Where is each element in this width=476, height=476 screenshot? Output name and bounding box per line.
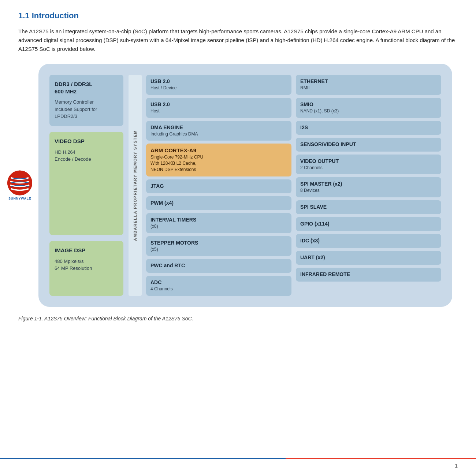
adc-block: ADC 4 Channels [146, 276, 291, 296]
mid-column: USB 2.0 Host / Device USB 2.0 Host DMA E… [144, 75, 294, 296]
section-title: 1.1 Introduction [18, 11, 458, 21]
stepper-block: STEPPER MOTORS (x5) [146, 236, 291, 256]
arm-sub: Single-Core 792-MHz CPUWith 128-KB L2 Ca… [150, 154, 287, 172]
adc-title: ADC [150, 279, 287, 285]
ethernet-title: ETHERNET [300, 78, 437, 84]
adc-sub: 4 Channels [150, 286, 287, 292]
video-out-block: VIDEO OUTPUT 2 Channels [296, 155, 441, 175]
infrared-title: INFRARED REMOTE [300, 271, 437, 277]
dma-block: DMA ENGINE Including Graphics DMA [146, 121, 291, 141]
video-out-title: VIDEO OUTPUT [300, 158, 437, 164]
infrared-block: INFRARED REMOTE [296, 268, 441, 282]
usb20-hd-sub: Host / Device [150, 85, 287, 91]
pwm-block: PWM (x4) [146, 196, 291, 210]
company-logo [7, 171, 32, 196]
uart-title: UART (x2) [300, 254, 437, 260]
spi-slave-block: SPI SLAVE [296, 200, 441, 214]
usb20-hd-title: USB 2.0 [150, 78, 287, 84]
interval-block: INTERVAL TIMERS (x8) [146, 213, 291, 233]
pwm-title: PWM (x4) [150, 200, 287, 206]
pwc-title: PWC and RTC [150, 263, 287, 268]
interval-title: INTERVAL TIMERS [150, 217, 287, 223]
dma-sub: Including Graphics DMA [150, 131, 287, 137]
center-label-text: AMBARELLA PROPRIETARY MEMORY SYSTEM [133, 130, 137, 241]
jtag-block: JTAG [146, 179, 291, 193]
left-column: DDR3 / DDR3L600 MHz Memory ControllerInc… [49, 75, 126, 296]
stepper-title: STEPPER MOTORS [150, 240, 287, 246]
arm-title: ARM CORTEX-A9 [150, 147, 287, 153]
i2s-title: I2S [300, 124, 437, 130]
usb20-h-block: USB 2.0 Host [146, 98, 291, 118]
image-dsp-title: IMAGE DSP [55, 247, 118, 254]
smio-block: SMIO NAND (x1), SD (x3) [296, 98, 441, 118]
spi-master-title: SPI MASTER (x2) [300, 181, 437, 187]
ethernet-sub: RMII [300, 85, 437, 91]
intro-text: The A12S75 is an integrated system-on-a-… [18, 27, 458, 53]
ddr-subtitle: Memory ControllerIncludes Support forLPD… [55, 98, 118, 120]
sensor-video-title: SENSOR/VIDEO INPUT [300, 141, 437, 147]
spi-master-block: SPI MASTER (x2) 8 Devices [296, 177, 441, 197]
bottom-rule [0, 458, 476, 459]
image-dsp-subtitle: 480 Mpixels/s64 MP Resolution [55, 258, 118, 272]
image-dsp-block: IMAGE DSP 480 Mpixels/s64 MP Resolution [49, 241, 123, 296]
interval-sub: (x8) [150, 223, 287, 230]
i2s-block: I2S [296, 121, 441, 135]
video-dsp-subtitle: HD H.264Encode / Decode [55, 149, 118, 163]
ddr-block: DDR3 / DDR3L600 MHz Memory ControllerInc… [49, 75, 123, 126]
ethernet-block: ETHERNET RMII [296, 75, 441, 95]
uart-block: UART (x2) [296, 251, 441, 265]
pwc-block: PWC and RTC [146, 259, 291, 273]
usb20-h-sub: Host [150, 108, 287, 114]
center-label: AMBARELLA PROPRIETARY MEMORY SYSTEM [129, 75, 142, 296]
jtag-title: JTAG [150, 183, 287, 189]
video-dsp-title: VIDEO DSP [55, 138, 118, 145]
idc-block: IDC (x3) [296, 234, 441, 248]
arm-block: ARM CORTEX-A9 Single-Core 792-MHz CPUWit… [146, 144, 291, 176]
figure-caption: Figure 1-1. A12S75 Overview: Functional … [18, 316, 432, 321]
logo-text: SUNNYWALE [8, 197, 31, 200]
sensor-video-block: SENSOR/VIDEO INPUT [296, 138, 441, 152]
right-column: ETHERNET RMII SMIO NAND (x1), SD (x3) I2… [294, 75, 441, 296]
smio-sub: NAND (x1), SD (x3) [300, 108, 437, 114]
page-number: 1 [455, 463, 458, 469]
video-out-sub: 2 Channels [300, 165, 437, 171]
stepper-sub: (x5) [150, 246, 287, 253]
logo-area: SUNNYWALE [7, 171, 32, 200]
usb20-hd-block: USB 2.0 Host / Device [146, 75, 291, 95]
video-dsp-block: VIDEO DSP HD H.264Encode / Decode [49, 132, 123, 235]
ddr-title: DDR3 / DDR3L600 MHz [55, 81, 118, 95]
spi-master-sub: 8 Devices [300, 187, 437, 194]
dma-title: DMA ENGINE [150, 124, 287, 130]
gpio-block: GPIO (x114) [296, 217, 441, 231]
spi-slave-title: SPI SLAVE [300, 204, 437, 210]
idc-title: IDC (x3) [300, 238, 437, 243]
usb20-h-title: USB 2.0 [150, 101, 287, 107]
block-diagram: DDR3 / DDR3L600 MHz Memory ControllerInc… [38, 64, 452, 307]
smio-title: SMIO [300, 101, 437, 107]
gpio-title: GPIO (x114) [300, 221, 437, 227]
